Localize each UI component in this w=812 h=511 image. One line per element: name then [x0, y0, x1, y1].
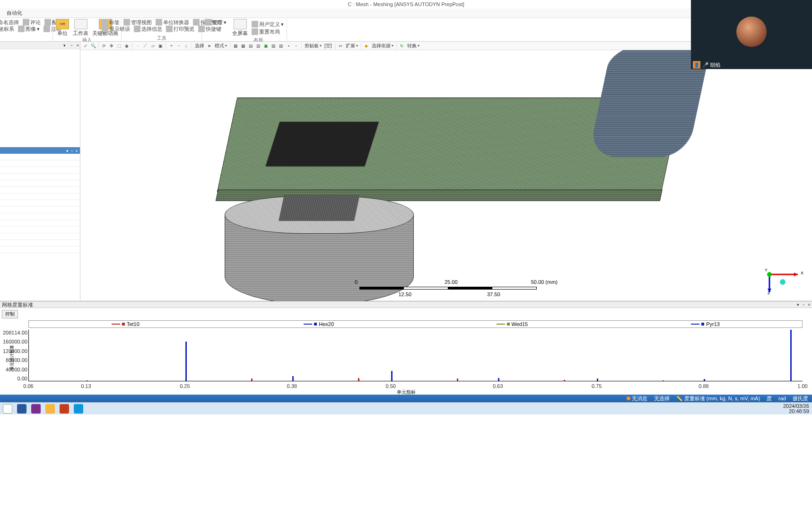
chart-x-axis-label: 单元指标	[0, 389, 812, 396]
orientation-triad[interactable]: X Y Z	[760, 251, 803, 293]
dropdown-extend[interactable]: 扩展	[345, 43, 359, 49]
btn-show-errors[interactable]: 显示错误	[102, 26, 130, 32]
taskbar-app-icon[interactable]	[31, 404, 41, 414]
taskbar-app-icon[interactable]	[45, 404, 55, 414]
report-icon	[193, 19, 200, 26]
print-icon	[166, 26, 173, 32]
select-cursor-icon[interactable]: ➤	[206, 43, 213, 49]
panel-pin-icon[interactable]: ▫	[68, 42, 72, 47]
btn-userdef[interactable]: 用户定义▾	[252, 21, 284, 27]
panel-dropdown-icon[interactable]: ▾	[65, 148, 70, 154]
pick-vertex-icon[interactable]: ·	[134, 43, 141, 49]
status-messages[interactable]: 无消息	[627, 395, 647, 402]
outline-toolbar: ▾ ▫ ×	[0, 42, 80, 49]
btn-csys[interactable]: 坐标系	[0, 26, 14, 32]
panel-pin-icon[interactable]: ▫	[70, 148, 74, 154]
btn-reset-layout[interactable]: 重置布局	[252, 28, 284, 35]
view-icon[interactable]: ◉	[123, 43, 130, 49]
label-empty: [空]	[323, 43, 333, 49]
rotate-icon[interactable]: ⟳	[101, 43, 107, 49]
btn-selection-info[interactable]: 选择信息	[134, 26, 162, 32]
fullscreen-icon	[234, 19, 247, 29]
pick-edge-icon[interactable]: ／	[142, 43, 148, 49]
video-call-overlay[interactable]: 👤 🎤 胡焰	[691, 0, 812, 69]
tool-icon[interactable]: ▨	[278, 43, 284, 49]
btn-unit-conv[interactable]: 单位转换器	[156, 19, 189, 26]
3d-canvas[interactable]: 0 25.00 50.00 (mm) 12.50 37.50 X Y Z	[80, 50, 812, 301]
zoom-reset-icon[interactable]: ⌂	[183, 43, 190, 49]
tool-icon[interactable]: ▪	[285, 43, 292, 49]
tag-icon	[102, 19, 108, 26]
tool-icon[interactable]: ▫	[293, 43, 299, 49]
mesh-dark-patch	[265, 122, 379, 167]
taskbar-app-icon[interactable]	[3, 404, 12, 414]
convert-icon	[156, 19, 162, 26]
chart-y-ticks: 208114.00160000.00120000.00 80000.004000…	[5, 330, 27, 381]
taskbar-clock[interactable]: 2024/03/2620:48:59	[783, 404, 809, 414]
btn-tags[interactable]: 标签	[102, 19, 120, 26]
panel-close-icon[interactable]: ×	[806, 302, 812, 307]
taskbar-app-icon[interactable]	[74, 404, 83, 414]
pan-icon[interactable]: ✥	[108, 43, 115, 49]
views-icon	[123, 19, 130, 26]
tool-icon[interactable]: ▧	[270, 43, 277, 49]
btn-manage-views[interactable]: 管理视图	[123, 19, 152, 26]
svg-point-4	[767, 272, 772, 277]
zoom-fit-icon[interactable]: ⤢	[82, 43, 89, 49]
dropdown-mode[interactable]: 模式	[214, 43, 228, 49]
details-grid[interactable]	[0, 154, 80, 301]
tool-icon[interactable]: ▣	[262, 43, 269, 49]
dropdown-selectby[interactable]: 选择依据	[371, 43, 394, 49]
layout-icon	[252, 21, 258, 27]
selectby-icon[interactable]: ◆	[363, 43, 370, 49]
zoom-box-icon[interactable]: ⬚	[116, 43, 122, 49]
btn-named-selection[interactable]: 命名选择	[0, 19, 19, 26]
btn-image[interactable]: 图像▾	[18, 26, 40, 32]
taskbar-app-icon[interactable]	[17, 404, 26, 414]
left-panel: ▾ ▫ × ▾▫×	[0, 42, 80, 301]
panel-close-icon[interactable]: ×	[74, 42, 79, 47]
status-bar: 无消息 无选择 📏 度量标准 (mm, kg, N, s, mV, mA) 度 …	[0, 395, 812, 402]
taskbar-app-icon[interactable]	[60, 404, 69, 414]
metrics-control-button[interactable]: 控制	[2, 310, 18, 318]
worksheet-icon	[74, 19, 87, 29]
zoom-in-icon[interactable]: ＋	[168, 43, 175, 49]
pick-face-icon[interactable]: ▱	[149, 43, 156, 49]
participant-avatar	[736, 17, 767, 47]
tool-icon[interactable]: ▤	[247, 43, 254, 49]
btn-fullscreen[interactable]: 全屏幕	[232, 19, 248, 37]
tool-icon[interactable]: ▥	[255, 43, 262, 49]
zoom-out-icon[interactable]: －	[175, 43, 182, 49]
error-icon	[102, 26, 108, 32]
status-selection: 无选择	[654, 395, 670, 402]
extend-icon[interactable]: ⇔	[337, 43, 344, 49]
btn-print-preview[interactable]: 打印预览	[166, 26, 194, 32]
status-units[interactable]: 📏 度量标准 (mm, kg, N, s, mV, mA)	[676, 395, 760, 402]
ribbon-tabstrip: 自动化	[0, 9, 812, 18]
pick-body-icon[interactable]: ▣	[157, 43, 164, 49]
panel-pin-icon[interactable]: ▫	[801, 302, 806, 307]
btn-worksheet[interactable]: 工作表	[73, 19, 88, 37]
zoom-icon[interactable]: 🔍	[90, 43, 96, 49]
tab-automation[interactable]: 自动化	[2, 9, 27, 18]
btn-comment[interactable]: 评论	[23, 19, 41, 26]
tool-icon[interactable]: ▩	[240, 43, 246, 49]
panel-dropdown-icon[interactable]: ▾	[61, 42, 66, 47]
dropdown-convert[interactable]: 转换	[406, 43, 420, 49]
chart-legend: Tet10 Hex20 Wed15 Pyr13	[28, 320, 803, 328]
status-rad[interactable]: rad	[778, 396, 786, 401]
convert-icon[interactable]: ↻	[399, 43, 405, 49]
panel-dropdown-icon[interactable]: ▾	[795, 302, 801, 307]
status-deg[interactable]: 度	[767, 395, 772, 402]
btn-units[interactable]: mft单位	[56, 19, 69, 37]
image-icon	[18, 26, 25, 32]
metrics-chart: Tet10 Hex20 Wed15 Pyr13 单元统计数量 208114.00…	[0, 320, 812, 395]
panel-close-icon[interactable]: ×	[74, 148, 79, 154]
manage-icon	[205, 19, 211, 26]
tool-icon[interactable]: ▦	[232, 43, 239, 49]
microphone-icon: 🎤	[702, 62, 708, 68]
btn-manage[interactable]: 管理▾	[205, 19, 227, 26]
dropdown-clipboard[interactable]: 剪贴板	[304, 43, 323, 49]
mesh-metrics-panel: 网格度量标准 ▾▫× 控制 Tet10 Hex20 Wed15 Pyr13 单元…	[0, 301, 812, 395]
status-temp[interactable]: 摄氏度	[793, 395, 808, 402]
